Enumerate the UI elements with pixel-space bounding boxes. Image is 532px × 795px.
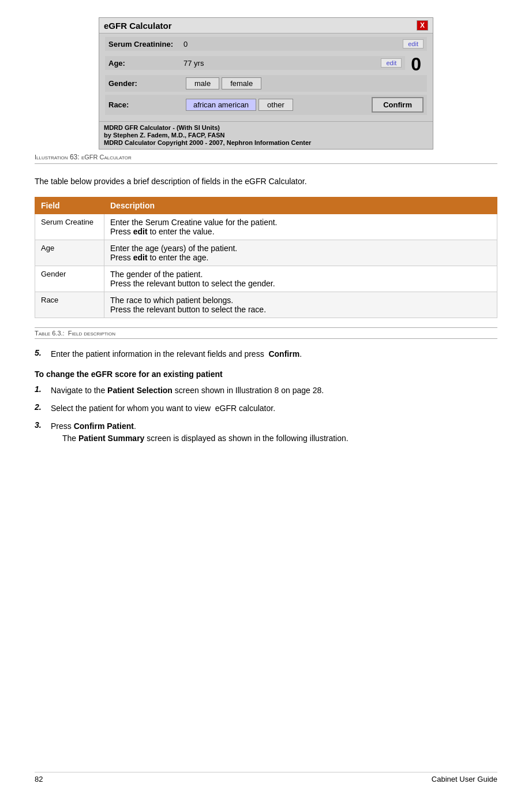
age-section: Age: 77 yrs edit 0 [105,54,427,75]
gender-desc: The gender of the patient. Press the rel… [104,266,497,292]
step-1-text: Navigate to the Patient Selection screen… [51,385,497,397]
egfr-result-zero: 0 [405,54,427,75]
serum-edit-inline: edit [133,227,148,236]
serum-creatine-field: Serum Creatine [35,214,104,240]
egfr-title: eGFR Calculator [104,21,172,31]
african-american-button[interactable]: african american [186,99,256,111]
table-row: Age Enter the age (years) of the patient… [35,240,497,266]
change-egfr-steps: 1. Navigate to the Patient Selection scr… [35,385,497,445]
gender-label: Gender: [108,79,183,88]
step-2-row: 2. Select the patient for whom you want … [35,402,497,415]
step-3-row: 3. Press Confirm Patient. The Patient Su… [35,420,497,445]
field-column-header: Field [35,197,104,214]
race-row: Race: african american other Confirm [105,95,427,115]
egfr-title-bar: eGFR Calculator X [99,18,433,33]
page-number: 82 [35,775,43,783]
field-description-table: Field Description Serum Creatine Enter t… [35,197,497,318]
step-5-text: Enter the patient information in the rel… [51,348,497,360]
serum-value: 0 [183,40,399,48]
confirm-button[interactable]: Confirm [372,97,424,113]
step-5-number: 5. [35,348,51,357]
other-race-button[interactable]: other [258,99,293,111]
serum-label: Serum Creatinine: [108,40,183,48]
serum-creatinine-row: Serum Creatinine: 0 edit [105,37,427,51]
footer-line2: by Stephen Z. Fadem, M.D., FACP, FASN [104,132,428,139]
table-row: Race The race to which patient belongs. … [35,292,497,318]
step-5-row: 5. Enter the patient information in the … [35,348,497,360]
age-field: Age [35,240,104,266]
race-label: Race: [108,100,183,109]
illustration-caption: Illustration 63: eGFR Calculator [35,153,497,164]
table-caption-text: Table 6.3.: Field description [35,330,115,337]
male-button[interactable]: male [186,77,219,89]
step-1-row: 1. Navigate to the Patient Selection scr… [35,385,497,397]
table-row: Gender The gender of the patient. Press … [35,266,497,292]
patient-selection-inline: Patient Selection [107,386,173,395]
table-row: Serum Creatine Enter the Serum Creatine … [35,214,497,240]
step-1-number: 1. [35,385,51,394]
egfr-calculator-widget: eGFR Calculator X Serum Creatinine: 0 ed… [99,17,433,150]
serum-edit-button[interactable]: edit [403,39,424,48]
egfr-close-button[interactable]: X [417,20,428,31]
race-desc: The race to which patient belongs. Press… [104,292,497,318]
illustration-prefix: Illustration [35,154,68,161]
change-egfr-heading: To change the eGFR score for an existing… [35,369,497,379]
confirm-inline: Confirm [268,349,299,359]
patient-summary-inline: Patient Summary [78,434,144,443]
age-edit-inline: edit [133,253,148,262]
document-title: Cabinet User Guide [432,775,497,783]
egfr-body: Serum Creatinine: 0 edit Age: 77 yrs edi… [99,33,433,121]
serum-creatine-desc: Enter the Serum Creatine value for the p… [104,214,497,240]
race-field: Race [35,292,104,318]
step-2-text: Select the patient for whom you want to … [51,402,497,415]
illustration-title: eGFR Calculator [81,154,132,161]
confirm-patient-inline: Confirm Patient [74,421,134,431]
step-3-text: Press Confirm Patient. The Patient Summa… [51,420,497,445]
age-value: 77 yrs [183,59,377,68]
female-button[interactable]: female [222,77,261,89]
age-row: Age: 77 yrs edit [105,56,405,70]
step-3-number: 3. [35,420,51,430]
footer-line1: MDRD GFR Calculator - (With SI Units) [104,124,428,131]
gender-field: Gender [35,266,104,292]
step-2-number: 2. [35,402,51,412]
page-footer: 82 Cabinet User Guide [35,772,497,783]
table-caption: Table 6.3.: Field description [35,327,497,339]
egfr-footer: MDRD GFR Calculator - (With SI Units) by… [99,121,433,149]
age-label: Age: [108,59,183,68]
footer-line3: MDRD Calculator Copyright 2000 - 2007, N… [104,139,428,146]
gender-row: Gender: male female [105,75,427,92]
step-3-subtext: The Patient Summary screen is displayed … [62,434,349,443]
description-column-header: Description [104,197,497,214]
table-header-row: Field Description [35,197,497,214]
age-desc: Enter the age (years) of the patient. Pr… [104,240,497,266]
illustration-number: 63: [70,153,81,161]
age-edit-button[interactable]: edit [381,58,402,68]
body-description: The table below provides a brief descrip… [35,176,497,188]
